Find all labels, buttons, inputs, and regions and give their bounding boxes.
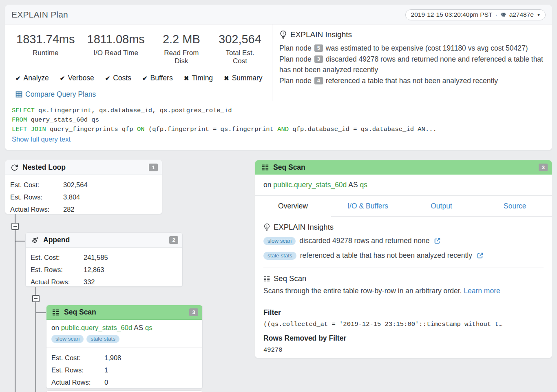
node-ref-badge[interactable]: 4 [314,77,323,84]
option-verbose: ✔Verbose [60,74,94,82]
detail-node-info-section: Seq Scan Scans through the entire table … [263,268,544,302]
node-stat-row: Est. Rows:12,863 [31,264,177,276]
tree-connector [15,241,26,241]
plan-fingerprint-icon [500,11,506,18]
option-timing: ✖Timing [184,74,213,82]
node-ref-badge[interactable]: 5 [314,44,323,52]
insight-tag-stale-stats[interactable]: stale stats [86,335,119,343]
plan-timestamp-dropdown[interactable]: 2019-12-15 03:20:40pm PST · a27487e ▾ [405,9,546,20]
node-stat-row: Actual Rows:0 [51,376,197,388]
table-grid-icon [15,91,22,98]
x-icon: ✖ [184,75,189,82]
query-text-panel: SELECT qs.fingerprint, qs.database_id, q… [5,101,552,143]
external-link-icon[interactable] [477,252,484,259]
detail-insights-title: EXPLAIN Insights [274,223,334,232]
detail-insights-section: EXPLAIN Insights slow scan discarded 492… [263,217,544,268]
node-number-badge: 2 [169,236,178,244]
table-link[interactable]: public.query_stats_60d [273,181,347,189]
insight-tag-stale-stats[interactable]: stale stats [263,252,296,260]
rows-removed-value: 49278 [263,346,544,354]
chevron-down-icon: ▾ [537,12,540,18]
node-stat-row: Actual Rows:282 [10,203,157,215]
explain-plan-header: EXPLAIN Plan 2019-12-15 03:20:40pm PST ·… [5,5,552,24]
alias-link[interactable]: qs [145,324,153,332]
insights-list: Plan node 5 was estimated to be expensiv… [279,43,544,86]
node-title: Nested Loop [22,163,66,172]
filter-title: Filter [263,308,544,317]
plan-node-partial-card [46,390,203,392]
collapse-node-button[interactable] [32,295,40,302]
option-buffers: ✔Buffers [142,74,173,82]
rows-removed-title: Rows Removed by Filter [263,334,544,343]
check-icon: ✔ [60,75,65,82]
seq-scan-icon [263,276,270,282]
option-costs: ✔Costs [105,74,131,82]
tab-io-buffers[interactable]: I/O & Buffers [331,196,404,216]
stat-total-est-cost: 302,564 Total Est. Cost [212,33,268,65]
plan-node-nested-loop[interactable]: Nested Loop 1 Est. Cost:302,564 Est. Row… [5,160,162,214]
compare-query-plans-link[interactable]: Compare Query Plans [25,90,96,99]
seq-scan-icon [52,309,60,316]
detail-filter-section: Filter ((qs.collected_at = '2019-12-15 2… [263,302,544,360]
table-link[interactable]: public.query_stats_60d [61,324,133,332]
node-number-badge: 3 [539,164,548,171]
detail-tabs: Overview I/O & Buffers Output Source [255,196,552,217]
separator-dot: · [495,11,497,18]
lightbulb-icon [279,30,287,39]
node-stat-row: Est. Cost:241,585 [31,251,177,264]
node-title: Append [43,236,70,244]
plan-timestamp: 2019-12-15 03:20:40pm PST [411,11,493,18]
stat-read-from-disk: 2.2 MB Read From Disk [151,33,212,65]
node-stat-row: Est. Cost:302,564 [10,179,157,191]
show-full-query-link[interactable]: Show full query text [12,135,71,143]
node-ref-badge[interactable]: 3 [314,55,323,63]
lightbulb-icon [263,223,270,231]
insight-tag-slow-scan[interactable]: slow scan [263,237,296,245]
detail-insight-row: slow scan discarded 49278 rows and retur… [263,235,544,246]
plan-stats: 1831.74ms Runtime 1811.08ms I/O Read Tim… [10,33,268,65]
check-icon: ✔ [15,75,21,82]
layers-plus-icon [31,236,39,244]
plan-fingerprint: a27487e [509,11,534,18]
learn-more-link[interactable]: Learn more [464,287,500,295]
node-relation: on public.query_stats_60d AS qs [51,324,197,332]
detail-node-type-title: Seq Scan [274,274,306,283]
option-summary: ✖Summary [224,74,262,82]
tab-overview[interactable]: Overview [255,196,331,217]
tab-output[interactable]: Output [404,196,478,216]
explain-plan-card: EXPLAIN Plan 2019-12-15 03:20:40pm PST ·… [5,5,552,150]
tree-connector [36,312,46,313]
loop-icon [11,164,18,171]
detail-insight-row: stale stats referenced a table that has … [263,250,544,261]
check-icon: ✔ [105,75,111,82]
query-sql: SELECT qs.fingerprint, qs.database_id, q… [12,106,545,134]
insight-tag-slow-scan[interactable]: slow scan [51,335,84,343]
plan-node-seq-scan[interactable]: Seq Scan 3 on public.query_stats_60d AS … [46,305,203,389]
node-stat-row: Est. Rows:3,804 [10,191,157,203]
node-detail-panel: Seq Scan 3 on public.query_stats_60d AS … [255,160,552,358]
detail-relation: on public.query_stats_60d AS qs [255,175,552,196]
node-stat-row: Est. Cost:1,908 [51,352,197,364]
stat-io-read-time: 1811.08ms I/O Read Time [81,33,151,65]
seq-scan-icon [261,164,269,171]
explain-insights-panel: EXPLAIN Insights Plan node 5 was estimat… [272,24,552,101]
node-description: Scans through the entire table row-by-ro… [263,287,544,295]
node-title: Seq Scan [64,308,96,317]
stat-runtime: 1831.74ms Runtime [10,33,81,65]
alias-link[interactable]: qs [360,181,367,189]
tree-connector [35,287,36,392]
collapse-node-button[interactable] [11,223,19,230]
x-icon: ✖ [224,75,229,82]
detail-node-title: Seq Scan [273,163,305,172]
plan-node-append[interactable]: Append 2 Est. Cost:241,585 Est. Rows:12,… [25,233,183,287]
node-stat-row: Est. Rows:1 [51,364,197,376]
node-number-badge: 3 [189,308,198,316]
check-icon: ✔ [142,75,148,82]
option-analyze: ✔Analyze [15,74,49,82]
tab-source[interactable]: Source [478,196,552,216]
node-stat-row: Actual Rows:332 [31,276,177,288]
node-number-badge: 1 [149,164,158,171]
insights-title: EXPLAIN Insights [290,30,352,39]
external-link-icon[interactable] [434,237,441,244]
explain-options: ✔Analyze ✔Verbose ✔Costs ✔Buffers ✖Timin… [15,74,268,82]
